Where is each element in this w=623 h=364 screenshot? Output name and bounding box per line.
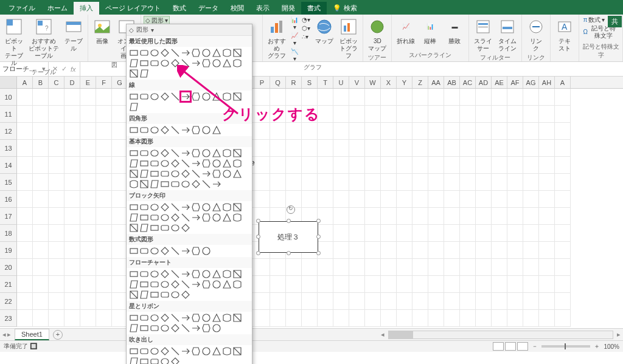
cell[interactable]: [349, 293, 365, 310]
cell[interactable]: [96, 174, 112, 191]
cell[interactable]: [64, 106, 80, 123]
share-button[interactable]: 共: [608, 16, 622, 27]
cell[interactable]: [428, 293, 444, 310]
shape-gallery-item[interactable]: [170, 290, 180, 300]
cell[interactable]: [507, 123, 523, 140]
cell[interactable]: [476, 174, 492, 191]
cell[interactable]: [64, 123, 80, 140]
shape-gallery-item[interactable]: [232, 48, 242, 58]
shape-gallery-item[interactable]: [212, 48, 221, 58]
cell[interactable]: [428, 276, 444, 293]
shape-gallery-item[interactable]: [232, 58, 242, 68]
cell[interactable]: [254, 89, 270, 106]
cell[interactable]: [444, 293, 460, 310]
shape-gallery-item[interactable]: [232, 159, 242, 168]
shape-gallery-item[interactable]: [201, 48, 211, 58]
cell[interactable]: [444, 208, 460, 225]
cell[interactable]: [428, 225, 444, 242]
shape-gallery-item[interactable]: [150, 323, 159, 333]
cell[interactable]: [64, 293, 80, 310]
view-page-layout-button[interactable]: [505, 342, 516, 351]
cell[interactable]: [428, 140, 444, 157]
shape-gallery-item[interactable]: [191, 169, 201, 179]
cell[interactable]: [17, 276, 33, 293]
shape-gallery-item[interactable]: [129, 323, 139, 333]
cell[interactable]: [523, 242, 539, 259]
shape-gallery-item[interactable]: [139, 280, 149, 289]
shape-gallery-item[interactable]: [129, 169, 139, 179]
shape-gallery-item[interactable]: [170, 213, 180, 222]
cell[interactable]: [381, 242, 397, 259]
cell[interactable]: [365, 123, 381, 140]
shape-gallery-item[interactable]: [170, 280, 180, 289]
shape-gallery-item[interactable]: [150, 58, 159, 68]
maps-button[interactable]: マップ: [313, 16, 336, 46]
cell[interactable]: [17, 293, 33, 310]
shape-gallery-item[interactable]: [129, 179, 139, 189]
column-header[interactable]: AE: [492, 77, 507, 88]
cell[interactable]: [397, 276, 412, 293]
shape-gallery-item[interactable]: [201, 159, 211, 168]
shape-gallery-item[interactable]: [160, 223, 170, 233]
cell[interactable]: [270, 293, 286, 310]
shape-gallery-item[interactable]: [212, 148, 221, 158]
cell[interactable]: [365, 174, 381, 191]
shape-gallery-item[interactable]: [150, 290, 159, 300]
shape-gallery-item[interactable]: [222, 48, 232, 58]
shape-gallery-item[interactable]: [181, 125, 190, 135]
shape-gallery-item[interactable]: [201, 313, 211, 323]
shape-gallery-item[interactable]: [232, 169, 242, 179]
tab-format[interactable]: 書式: [301, 2, 327, 15]
cell[interactable]: [17, 106, 33, 123]
shape-gallery-item[interactable]: [160, 169, 170, 179]
cell[interactable]: [381, 276, 397, 293]
cell[interactable]: [412, 293, 428, 310]
row-header[interactable]: 15: [0, 174, 17, 191]
shape-gallery-item[interactable]: [201, 179, 211, 189]
cell[interactable]: [444, 276, 460, 293]
cell[interactable]: [492, 140, 507, 157]
shape-gallery-item[interactable]: [191, 58, 201, 68]
cell[interactable]: [428, 106, 444, 123]
shape-gallery-item[interactable]: [181, 58, 190, 68]
cell[interactable]: [286, 123, 302, 140]
column-header[interactable]: S: [302, 77, 318, 88]
cell[interactable]: [49, 123, 64, 140]
cell[interactable]: [80, 89, 96, 106]
cell[interactable]: [539, 106, 555, 123]
cell[interactable]: [381, 157, 397, 174]
shape-gallery-item[interactable]: [201, 269, 211, 279]
shape-gallery-item[interactable]: [170, 357, 180, 364]
cell[interactable]: [64, 242, 80, 259]
cell[interactable]: [33, 208, 49, 225]
cell[interactable]: [412, 225, 428, 242]
shape-gallery-item[interactable]: [212, 179, 221, 189]
cell[interactable]: [444, 140, 460, 157]
shape-gallery-item[interactable]: [201, 202, 211, 212]
shape-gallery-item[interactable]: [181, 323, 190, 333]
cell[interactable]: [80, 259, 96, 276]
row-header[interactable]: 11: [0, 106, 17, 123]
resize-handle-ne[interactable]: [316, 219, 321, 223]
shape-gallery-item[interactable]: [160, 269, 170, 279]
recommended-charts-button[interactable]: おすすめ グラフ: [265, 16, 288, 61]
cell[interactable]: [318, 276, 333, 293]
cell[interactable]: [397, 89, 412, 106]
tab-review[interactable]: 校閲: [224, 2, 250, 15]
cell[interactable]: [428, 242, 444, 259]
shape-gallery-item[interactable]: [160, 246, 170, 256]
shape-gallery-item[interactable]: [181, 346, 190, 356]
cell[interactable]: [397, 157, 412, 174]
shape-gallery-item[interactable]: [191, 346, 201, 356]
cell[interactable]: [349, 310, 365, 327]
shape-gallery-item[interactable]: [170, 323, 180, 333]
cell[interactable]: [302, 89, 318, 106]
cell[interactable]: [96, 276, 112, 293]
cell[interactable]: [381, 106, 397, 123]
shape-gallery-item[interactable]: [232, 213, 242, 222]
row-header[interactable]: 17: [0, 208, 17, 225]
cell[interactable]: [270, 259, 286, 276]
resize-handle-sw[interactable]: [256, 251, 260, 255]
cell[interactable]: [539, 259, 555, 276]
shape-gallery-item[interactable]: [181, 169, 190, 179]
